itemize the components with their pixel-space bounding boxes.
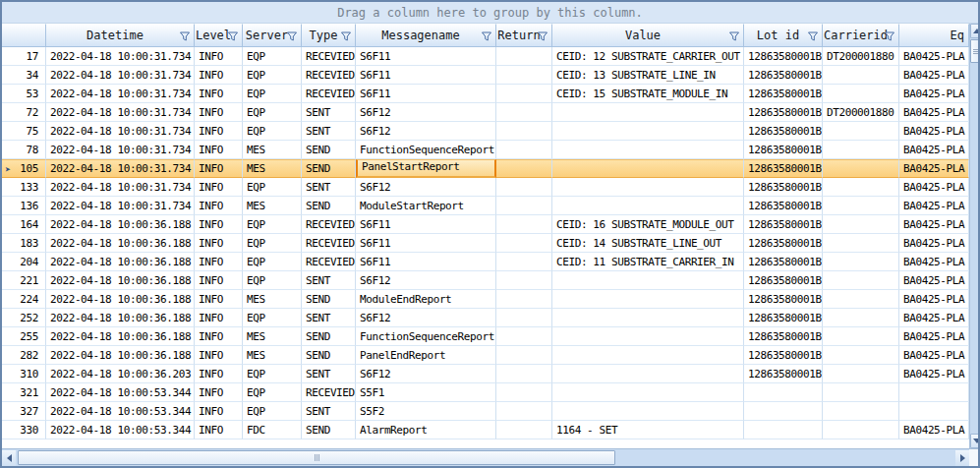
cell-eq[interactable]: BA0425-PLA (899, 253, 969, 271)
cell-type[interactable]: SEND (302, 421, 356, 439)
cell-datetime[interactable]: 2022-04-18 10:00:36.188 (46, 271, 195, 290)
row-indicator[interactable]: 72 (2, 103, 46, 122)
table-row[interactable]: 2522022-04-18 10:00:36.188INFOEQPSENTS6F… (2, 309, 969, 327)
table-row[interactable]: 752022-04-18 10:00:31.734INFOEQPSENTS6F1… (2, 122, 969, 141)
cell-level[interactable]: INFO (195, 215, 243, 234)
scroll-down-button[interactable] (970, 434, 980, 448)
horizontal-scroll-thumb[interactable] (18, 450, 615, 465)
table-row[interactable]: 722022-04-18 10:00:31.734INFOEQPSENTS6F1… (2, 103, 969, 122)
cell-type[interactable]: SEND (302, 197, 356, 215)
cell-value[interactable]: CEID: 14 SUBSTRATE_LINE_OUT (552, 234, 744, 253)
cell-eq[interactable]: BA0425-PLA (899, 234, 969, 253)
cell-lotid[interactable] (744, 421, 823, 439)
cell-return[interactable] (496, 271, 552, 290)
cell-messagename[interactable]: S6F12 (356, 103, 496, 122)
cell-type[interactable]: RECEVIED (302, 215, 356, 234)
cell-lotid[interactable] (744, 383, 823, 402)
row-indicator[interactable]: 330 (2, 421, 46, 439)
cell-messagename[interactable]: ModuleStartReport (356, 197, 496, 215)
cell-eq[interactable]: BA0425-PLA (899, 47, 969, 66)
row-indicator[interactable]: 75 (2, 122, 46, 141)
cell-datetime[interactable]: 2022-04-18 10:00:31.734 (46, 122, 195, 141)
cell-eq[interactable]: BA0425-PLA (899, 290, 969, 309)
cell-value[interactable] (552, 103, 744, 122)
cell-type[interactable]: RECEVIED (302, 234, 356, 253)
cell-carrierid[interactable] (823, 122, 899, 141)
column-header-messagename[interactable]: Messagename (356, 24, 496, 47)
cell-carrierid[interactable] (823, 402, 899, 421)
cell-level[interactable]: INFO (195, 253, 243, 271)
cell-value[interactable]: CEID: 11 SUBSTRATE_CARRIER_IN (552, 253, 744, 271)
cell-lotid[interactable]: 12863580001B (744, 103, 823, 122)
cell-lotid[interactable]: 12863580001B (744, 234, 823, 253)
cell-server[interactable]: MES (243, 159, 302, 178)
cell-level[interactable]: INFO (195, 47, 243, 66)
cell-server[interactable]: EQP (243, 402, 302, 421)
cell-carrierid[interactable] (823, 253, 899, 271)
cell-server[interactable]: MES (243, 327, 302, 346)
cell-value[interactable] (552, 365, 744, 383)
cell-datetime[interactable]: 2022-04-18 10:00:31.734 (46, 141, 195, 159)
cell-level[interactable]: INFO (195, 271, 243, 290)
cell-type[interactable]: RECEVIED (302, 85, 356, 103)
cell-return[interactable] (496, 122, 552, 141)
cell-level[interactable]: INFO (195, 197, 243, 215)
cell-datetime[interactable]: 2022-04-18 10:00:53.344 (46, 383, 195, 402)
table-row[interactable]: 2552022-04-18 10:00:36.188INFOMESSENDFun… (2, 327, 969, 346)
cell-level[interactable]: INFO (195, 365, 243, 383)
cell-carrierid[interactable] (823, 215, 899, 234)
cell-type[interactable]: SENT (302, 103, 356, 122)
cell-lotid[interactable]: 12863580001B (744, 253, 823, 271)
cell-return[interactable] (496, 365, 552, 383)
cell-lotid[interactable]: 12863580001B (744, 365, 823, 383)
cell-type[interactable]: RECEVIED (302, 47, 356, 66)
table-row[interactable]: 2042022-04-18 10:00:36.188INFOEQPRECEVIE… (2, 253, 969, 271)
cell-datetime[interactable]: 2022-04-18 10:00:31.734 (46, 85, 195, 103)
cell-messagename[interactable]: S6F12 (356, 365, 496, 383)
cell-server[interactable]: EQP (243, 215, 302, 234)
filter-icon[interactable] (807, 30, 819, 42)
cell-type[interactable]: SENT (302, 402, 356, 421)
cell-eq[interactable]: BA0425-PLA (899, 271, 969, 290)
cell-carrierid[interactable] (823, 197, 899, 215)
cell-return[interactable] (496, 103, 552, 122)
cell-server[interactable]: EQP (243, 103, 302, 122)
cell-server[interactable]: MES (243, 290, 302, 309)
column-header-carrierid[interactable]: Carrierid (823, 24, 899, 47)
cell-server[interactable]: EQP (243, 122, 302, 141)
cell-value[interactable]: CEID: 13 SUBSTRATE_LINE_IN (552, 66, 744, 85)
cell-messagename[interactable]: S6F11 (356, 215, 496, 234)
table-row[interactable]: 342022-04-18 10:00:31.734INFOEQPRECEVIED… (2, 66, 969, 85)
cell-value[interactable] (552, 122, 744, 141)
column-header-level[interactable]: Level (195, 24, 243, 47)
cell-server[interactable]: EQP (243, 365, 302, 383)
row-indicator[interactable]: 221 (2, 271, 46, 290)
cell-messagename[interactable]: FunctionSequenceReport (356, 327, 496, 346)
table-row[interactable]: 532022-04-18 10:00:31.734INFOEQPRECEVIED… (2, 85, 969, 103)
cell-level[interactable]: INFO (195, 103, 243, 122)
cell-eq[interactable]: BA0425-PLA (899, 421, 969, 439)
cell-server[interactable]: MES (243, 346, 302, 365)
cell-return[interactable] (496, 66, 552, 85)
cell-datetime[interactable]: 2022-04-18 10:00:36.188 (46, 309, 195, 327)
cell-server[interactable]: EQP (243, 85, 302, 103)
row-indicator[interactable]: 321 (2, 383, 46, 402)
cell-lotid[interactable]: 12863580001B (744, 271, 823, 290)
column-header-lotid[interactable]: Lot id (744, 24, 823, 47)
cell-server[interactable]: MES (243, 141, 302, 159)
cell-return[interactable] (496, 47, 552, 66)
cell-eq[interactable]: BA0425-PLA (899, 309, 969, 327)
cell-carrierid[interactable] (823, 141, 899, 159)
cell-return[interactable] (496, 159, 552, 178)
cell-return[interactable] (496, 402, 552, 421)
cell-eq[interactable]: BA0425-PLA (899, 215, 969, 234)
filter-icon[interactable] (481, 30, 492, 42)
cell-carrierid[interactable] (823, 159, 899, 178)
row-indicator[interactable]: 183 (2, 234, 46, 253)
table-row[interactable]: 1362022-04-18 10:00:31.734INFOMESSENDMod… (2, 197, 969, 215)
cell-lotid[interactable]: 12863580001B (744, 215, 823, 234)
cell-lotid[interactable]: 12863580001B (744, 327, 823, 346)
cell-carrierid[interactable]: DT200001880 (823, 47, 899, 66)
cell-datetime[interactable]: 2022-04-18 10:00:36.188 (46, 346, 195, 365)
cell-eq[interactable]: BA0425-PLA (899, 365, 969, 383)
